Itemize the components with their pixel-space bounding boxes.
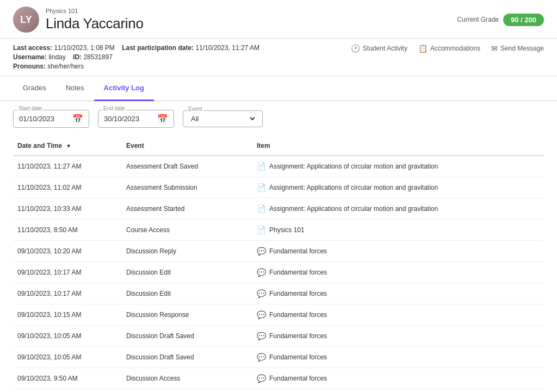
event-select[interactable]: All Assessment Discussion Course Access …: [189, 114, 257, 123]
table-row: 11/10/2023, 8:50 AMCourse Access📄Physics…: [13, 220, 544, 241]
cell-datetime: 11/10/2023, 10:33 AM: [13, 198, 122, 220]
cell-item: 💬Fundamental forces: [252, 304, 544, 326]
envelope-icon: ✉: [491, 44, 498, 53]
tabs-bar: Grades Notes Activity Log: [0, 76, 557, 101]
item-text: Assignment: Applications of circular mot…: [269, 205, 438, 213]
item-cell: 📄Physics 101: [257, 226, 540, 234]
table-row: 11/10/2023, 11:02 AMAssessment Submissio…: [13, 177, 544, 198]
item-cell: 📄Assignment: Applications of circular mo…: [257, 183, 540, 192]
event-label: Event: [187, 106, 203, 112]
header-right: Current Grade 90 / 200: [457, 14, 544, 26]
item-cell: 💬Fundamental forces: [257, 353, 540, 362]
cell-event: Assessment Started: [122, 198, 252, 220]
current-grade-label: Current Grade: [457, 16, 499, 23]
cell-datetime: 09/10/2023, 10:17 AM: [13, 262, 122, 283]
cell-item: 💬Fundamental forces: [252, 326, 544, 347]
table-body: 11/10/2023, 11:27 AMAssessment Draft Sav…: [13, 155, 544, 392]
cell-datetime: 09/10/2023, 10:17 AM: [13, 283, 122, 304]
table-row: 09/10/2023, 10:17 AMDiscussion Edit💬Fund…: [13, 283, 544, 304]
end-date-input[interactable]: [104, 115, 153, 123]
item-cell: 💬Fundamental forces: [257, 268, 540, 277]
item-cell: 💬Fundamental forces: [257, 332, 540, 340]
send-message-label: Send Message: [500, 45, 544, 52]
filters-area: Start date 📅 End date 📅 Event All Assess…: [0, 101, 557, 136]
username-line: Username: linday ID: 28531897: [13, 53, 259, 61]
cell-event: Discussion Draft Saved: [122, 347, 252, 368]
cell-datetime: 09/10/2023, 10:05 AM: [13, 347, 122, 368]
accommodations-button[interactable]: 📋 Accommodations: [418, 44, 480, 53]
cell-item: 📄Assignment: Applications of circular mo…: [252, 177, 544, 198]
end-date-calendar-icon[interactable]: 📅: [157, 114, 168, 124]
info-bar: Last access: 11/10/2023, 1:08 PM Last pa…: [0, 39, 557, 76]
col-item: Item: [252, 136, 544, 155]
table-row: 09/10/2023, 9:50 AMDiscussion Access💬Fun…: [13, 368, 544, 389]
cell-item: 📄Physics 101: [252, 220, 544, 241]
item-text: Fundamental forces: [269, 247, 327, 255]
discussion-icon: 💬: [257, 310, 266, 319]
access-line: Last access: 11/10/2023, 1:08 PM Last pa…: [13, 44, 259, 52]
cell-item: 💬Fundamental forces: [252, 262, 544, 283]
cell-event: Assessment Submission: [122, 177, 252, 198]
item-text: Fundamental forces: [269, 332, 327, 340]
send-message-button[interactable]: ✉ Send Message: [491, 44, 544, 53]
course-label: Physics 101: [46, 8, 144, 14]
cell-item: 📄Assignment: Applications of circular mo…: [252, 198, 544, 220]
pronouns-value: she/her/hers: [47, 63, 84, 70]
accommodations-label: Accommodations: [430, 45, 480, 52]
cell-event: Assessment Draft Saved: [122, 155, 252, 177]
cell-item: 📄Assignment: Applications of circular mo…: [252, 155, 544, 177]
tab-grades[interactable]: Grades: [13, 76, 56, 101]
item-text: Fundamental forces: [269, 311, 327, 319]
last-access-value: 11/10/2023, 1:08 PM: [54, 44, 114, 52]
item-cell: 💬Fundamental forces: [257, 247, 540, 256]
start-date-label: Start date: [17, 105, 43, 111]
col-item-label: Item: [257, 142, 270, 150]
table-row: 11/10/2023, 11:27 AMAssessment Draft Sav…: [13, 155, 544, 177]
item-text: Physics 101: [269, 226, 305, 234]
col-datetime[interactable]: Date and Time ▼: [13, 136, 122, 155]
item-text: Fundamental forces: [269, 353, 327, 361]
tab-activity-log[interactable]: Activity Log: [94, 76, 154, 101]
event-select-wrapper: All Assessment Discussion Course Access …: [183, 110, 263, 127]
item-cell: 💬Fundamental forces: [257, 310, 540, 319]
cell-event: Document Access: [122, 389, 252, 393]
start-date-calendar-icon[interactable]: 📅: [72, 114, 83, 124]
discussion-icon: 💬: [257, 353, 266, 362]
discussion-icon: 💬: [257, 247, 266, 256]
cell-datetime: 09/10/2023, 9:11 AM: [13, 389, 122, 393]
activity-table: Date and Time ▼ Event Item 11/10/2023, 1…: [13, 136, 544, 392]
start-date-group: Start date 📅: [13, 110, 89, 128]
document-icon: 📄: [257, 226, 266, 234]
cell-event: Discussion Response: [122, 304, 252, 326]
item-cell: 📄Assignment: Applications of circular mo…: [257, 162, 540, 171]
cell-datetime: 11/10/2023, 11:02 AM: [13, 177, 122, 198]
item-text: Fundamental forces: [269, 269, 327, 276]
cell-datetime: 09/10/2023, 10:05 AM: [13, 326, 122, 347]
username-value: linday: [48, 53, 65, 61]
item-cell: 📄Assignment: Applications of circular mo…: [257, 204, 540, 213]
student-activity-button[interactable]: 🕐 Student Activity: [351, 44, 407, 53]
header-left: LY Physics 101 Linda Yaccarino: [13, 7, 144, 33]
discussion-icon: 💬: [257, 268, 266, 277]
clock-icon: 🕐: [351, 44, 360, 53]
col-event: Event: [122, 136, 252, 155]
end-date-group: End date 📅: [98, 110, 174, 128]
cell-datetime: 09/10/2023, 10:15 AM: [13, 304, 122, 326]
cell-event: Discussion Draft Saved: [122, 326, 252, 347]
item-text: Fundamental forces: [269, 375, 327, 382]
start-date-wrapper: 📅: [13, 110, 89, 128]
activity-table-area: Date and Time ▼ Event Item 11/10/2023, 1…: [0, 136, 557, 392]
header-row: Date and Time ▼ Event Item: [13, 136, 544, 155]
discussion-icon: 💬: [257, 374, 266, 383]
discussion-icon: 💬: [257, 289, 266, 298]
cell-event: Discussion Reply: [122, 241, 252, 262]
student-activity-label: Student Activity: [363, 45, 407, 52]
sort-arrow-datetime: ▼: [66, 143, 71, 149]
start-date-input[interactable]: [19, 115, 68, 123]
cell-item: 💬Fundamental forces: [252, 241, 544, 262]
document-icon: 📄: [257, 204, 266, 213]
item-text: Assignment: Applications of circular mot…: [269, 163, 438, 170]
item-cell: 💬Fundamental forces: [257, 374, 540, 383]
cell-datetime: 11/10/2023, 8:50 AM: [13, 220, 122, 241]
tab-notes[interactable]: Notes: [56, 76, 94, 101]
